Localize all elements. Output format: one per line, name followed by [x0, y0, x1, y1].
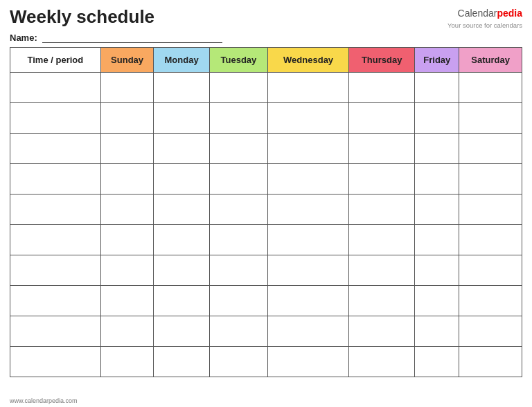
schedule-cell[interactable] — [459, 133, 522, 163]
schedule-cell[interactable] — [459, 102, 522, 133]
schedule-cell[interactable] — [154, 255, 209, 285]
schedule-cell[interactable] — [268, 194, 349, 224]
time-cell — [10, 194, 101, 224]
col-header-time: Time / period — [10, 47, 101, 72]
schedule-cell[interactable] — [415, 316, 459, 346]
schedule-cell[interactable] — [154, 133, 209, 163]
schedule-cell[interactable] — [349, 285, 415, 316]
schedule-cell[interactable] — [415, 163, 459, 194]
table-row — [10, 72, 522, 102]
name-label: Name: — [10, 33, 37, 43]
schedule-cell[interactable] — [459, 346, 522, 377]
schedule-cell[interactable] — [154, 285, 209, 316]
name-row: Name: — [10, 33, 522, 43]
brand-sub: Your source for calendars — [447, 21, 522, 30]
schedule-cell[interactable] — [154, 72, 209, 102]
schedule-cell[interactable] — [459, 255, 522, 285]
brand-name: Calendarpedia — [447, 7, 522, 21]
schedule-cell[interactable] — [100, 316, 154, 346]
schedule-cell[interactable] — [415, 194, 459, 224]
schedule-cell[interactable] — [268, 133, 349, 163]
schedule-cell[interactable] — [459, 316, 522, 346]
schedule-cell[interactable] — [415, 72, 459, 102]
time-cell — [10, 224, 101, 255]
schedule-cell[interactable] — [209, 194, 267, 224]
schedule-cell[interactable] — [209, 133, 267, 163]
time-cell — [10, 72, 101, 102]
schedule-cell[interactable] — [459, 72, 522, 102]
schedule-cell[interactable] — [349, 316, 415, 346]
schedule-cell[interactable] — [100, 255, 154, 285]
schedule-cell[interactable] — [349, 194, 415, 224]
schedule-cell[interactable] — [415, 255, 459, 285]
time-cell — [10, 316, 101, 346]
schedule-cell[interactable] — [268, 285, 349, 316]
schedule-cell[interactable] — [349, 224, 415, 255]
col-header-monday: Monday — [154, 47, 209, 72]
schedule-cell[interactable] — [100, 194, 154, 224]
schedule-cell[interactable] — [209, 224, 267, 255]
schedule-cell[interactable] — [100, 346, 154, 377]
schedule-cell[interactable] — [154, 194, 209, 224]
schedule-cell[interactable] — [268, 316, 349, 346]
schedule-cell[interactable] — [209, 102, 267, 133]
schedule-cell[interactable] — [154, 102, 209, 133]
schedule-cell[interactable] — [209, 72, 267, 102]
schedule-cell[interactable] — [459, 163, 522, 194]
time-cell — [10, 133, 101, 163]
schedule-cell[interactable] — [415, 346, 459, 377]
schedule-cell[interactable] — [415, 102, 459, 133]
schedule-cell[interactable] — [100, 285, 154, 316]
schedule-cell[interactable] — [154, 316, 209, 346]
schedule-cell[interactable] — [209, 285, 267, 316]
schedule-cell[interactable] — [209, 346, 267, 377]
time-cell — [10, 346, 101, 377]
table-row — [10, 285, 522, 316]
schedule-cell[interactable] — [349, 102, 415, 133]
time-cell — [10, 255, 101, 285]
table-row — [10, 224, 522, 255]
schedule-cell[interactable] — [209, 316, 267, 346]
table-row — [10, 316, 522, 346]
schedule-cell[interactable] — [459, 194, 522, 224]
schedule-cell[interactable] — [100, 163, 154, 194]
schedule-cell[interactable] — [154, 224, 209, 255]
schedule-cell[interactable] — [415, 224, 459, 255]
col-header-wednesday: Wednesday — [268, 47, 349, 72]
schedule-cell[interactable] — [349, 255, 415, 285]
schedule-cell[interactable] — [349, 346, 415, 377]
schedule-cell[interactable] — [268, 255, 349, 285]
schedule-cell[interactable] — [349, 163, 415, 194]
schedule-cell[interactable] — [268, 163, 349, 194]
col-header-sunday: Sunday — [100, 47, 154, 72]
schedule-cell[interactable] — [209, 255, 267, 285]
schedule-cell[interactable] — [459, 285, 522, 316]
schedule-cell[interactable] — [154, 163, 209, 194]
schedule-cell[interactable] — [459, 224, 522, 255]
schedule-cell[interactable] — [415, 133, 459, 163]
schedule-cell[interactable] — [268, 346, 349, 377]
schedule-cell[interactable] — [349, 72, 415, 102]
schedule-cell[interactable] — [100, 102, 154, 133]
schedule-cell[interactable] — [100, 133, 154, 163]
time-cell — [10, 285, 101, 316]
header-row: Time / period Sunday Monday Tuesday Wedn… — [10, 47, 522, 72]
col-header-friday: Friday — [415, 47, 459, 72]
schedule-cell[interactable] — [349, 133, 415, 163]
schedule-cell[interactable] — [268, 102, 349, 133]
schedule-cell[interactable] — [100, 72, 154, 102]
footer: www.calendarpedia.com — [10, 397, 78, 404]
col-header-saturday: Saturday — [459, 47, 522, 72]
schedule-cell[interactable] — [268, 72, 349, 102]
table-row — [10, 255, 522, 285]
schedule-cell[interactable] — [268, 224, 349, 255]
time-cell — [10, 102, 101, 133]
schedule-cell[interactable] — [209, 163, 267, 194]
col-header-tuesday: Tuesday — [209, 47, 267, 72]
schedule-cell[interactable] — [415, 285, 459, 316]
schedule-cell[interactable] — [154, 346, 209, 377]
brand: Calendarpedia Your source for calendars — [447, 7, 522, 30]
schedule-cell[interactable] — [100, 224, 154, 255]
table-row — [10, 133, 522, 163]
table-row — [10, 163, 522, 194]
